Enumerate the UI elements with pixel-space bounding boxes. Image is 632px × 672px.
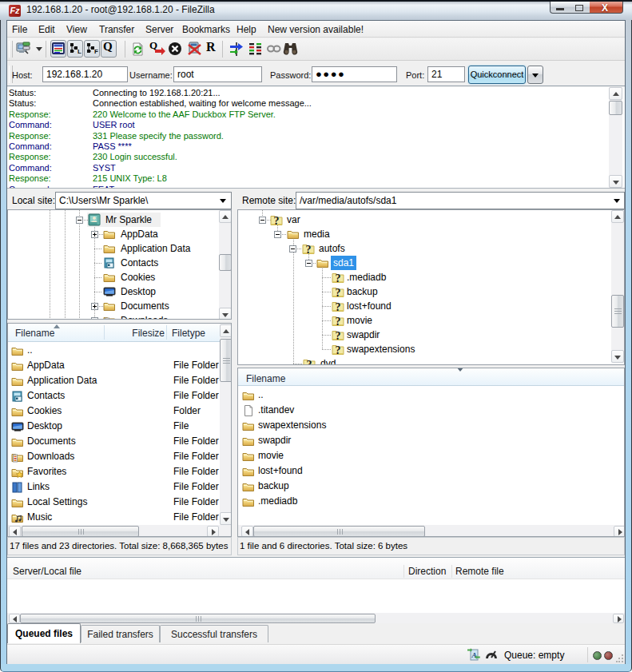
svg-text:L: L — [78, 48, 81, 55]
svg-text:F: F — [94, 48, 98, 55]
